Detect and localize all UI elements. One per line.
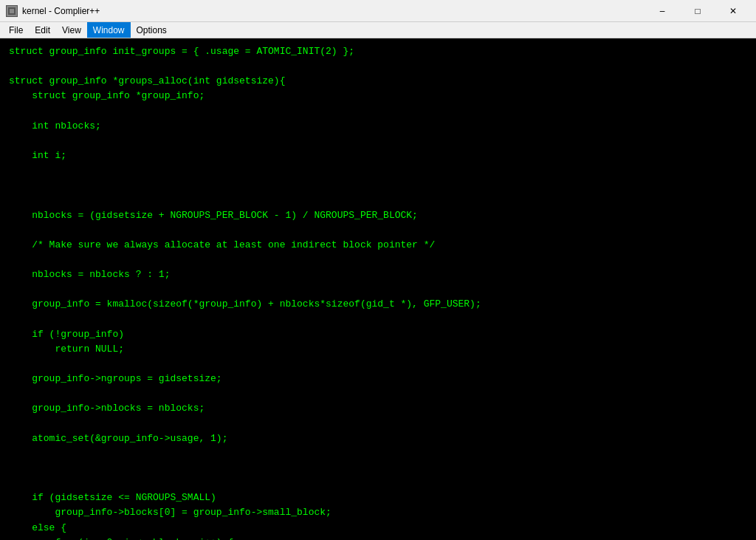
code-line: int i; bbox=[9, 148, 747, 163]
code-line bbox=[9, 193, 747, 208]
title-bar: kernel - Complier++ – □ ✕ bbox=[0, 0, 756, 22]
code-line bbox=[9, 357, 747, 372]
code-line: group_info->blocks[0] = group_info->smal… bbox=[9, 505, 747, 520]
code-line bbox=[9, 312, 747, 327]
code-line: nblocks = (gidsetsize + NGROUPS_PER_BLOC… bbox=[9, 208, 747, 223]
window-controls: – □ ✕ bbox=[645, 0, 750, 22]
menu-options[interactable]: Options bbox=[131, 22, 173, 38]
window-title: kernel - Complier++ bbox=[22, 6, 100, 16]
code-line bbox=[9, 417, 747, 431]
code-line: group_info->ngroups = gidsetsize; bbox=[9, 372, 747, 386]
code-line bbox=[9, 282, 747, 297]
code-line: struct group_info init_groups = { .usage… bbox=[9, 44, 747, 59]
code-line: struct group_info *group_info; bbox=[9, 89, 747, 103]
close-button[interactable]: ✕ bbox=[716, 0, 750, 22]
code-line bbox=[9, 223, 747, 238]
code-line: for (i = 0; i < nblocks; i++) { bbox=[9, 536, 747, 540]
title-bar-left: kernel - Complier++ bbox=[6, 5, 100, 17]
code-line: atomic_set(&group_info->usage, 1); bbox=[9, 431, 747, 446]
menu-window[interactable]: Window bbox=[87, 22, 131, 38]
maximize-button[interactable]: □ bbox=[681, 0, 715, 22]
code-line bbox=[9, 386, 747, 401]
code-line: group_info = kmalloc(sizeof(*group_info)… bbox=[9, 297, 747, 312]
minimize-button[interactable]: – bbox=[645, 0, 679, 22]
menu-view[interactable]: View bbox=[56, 22, 87, 38]
code-line: int nblocks; bbox=[9, 119, 747, 134]
code-line bbox=[9, 476, 747, 491]
code-line bbox=[9, 104, 747, 119]
menu-edit[interactable]: Edit bbox=[29, 22, 56, 38]
code-editor[interactable]: struct group_info init_groups = { .usage… bbox=[0, 38, 756, 540]
code-line bbox=[9, 446, 747, 461]
code-line: return NULL; bbox=[9, 342, 747, 357]
code-line bbox=[9, 134, 747, 148]
svg-rect-2 bbox=[10, 9, 14, 13]
code-line: else { bbox=[9, 521, 747, 536]
menu-file[interactable]: File bbox=[3, 22, 29, 38]
code-line: /* Make sure we always allocate at least… bbox=[9, 238, 747, 253]
code-line bbox=[9, 461, 747, 476]
code-line bbox=[9, 253, 747, 267]
code-line: group_info->nblocks = nblocks; bbox=[9, 401, 747, 416]
menu-bar: File Edit View Window Options bbox=[0, 22, 756, 38]
code-line: struct group_info *groups_alloc(int gids… bbox=[9, 74, 747, 89]
code-line bbox=[9, 59, 747, 74]
code-line: if (!group_info) bbox=[9, 327, 747, 342]
app-icon bbox=[6, 5, 18, 17]
code-line: if (gidsetsize <= NGROUPS_SMALL) bbox=[9, 491, 747, 505]
code-line bbox=[9, 163, 747, 178]
code-line: nblocks = nblocks ? : 1; bbox=[9, 267, 747, 282]
code-line bbox=[9, 178, 747, 193]
